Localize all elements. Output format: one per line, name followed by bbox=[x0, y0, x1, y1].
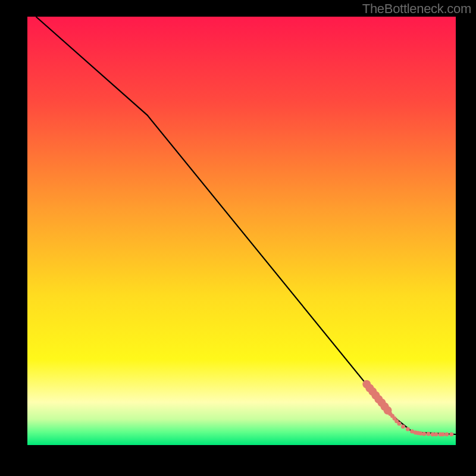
marker-dot bbox=[422, 432, 426, 436]
plot-area bbox=[27, 17, 456, 445]
marker-dot bbox=[397, 422, 401, 426]
marker-dot bbox=[441, 433, 445, 437]
marker-dot bbox=[434, 433, 438, 437]
plot-svg bbox=[27, 17, 456, 445]
marker-dot bbox=[426, 432, 430, 436]
marker-dot bbox=[444, 433, 449, 437]
marker-dot bbox=[406, 427, 410, 431]
chart-frame: TheBottleneck.com bbox=[0, 0, 476, 476]
marker-dot bbox=[449, 433, 453, 437]
marker-dot bbox=[401, 425, 405, 429]
watermark-text: TheBottleneck.com bbox=[362, 1, 471, 17]
